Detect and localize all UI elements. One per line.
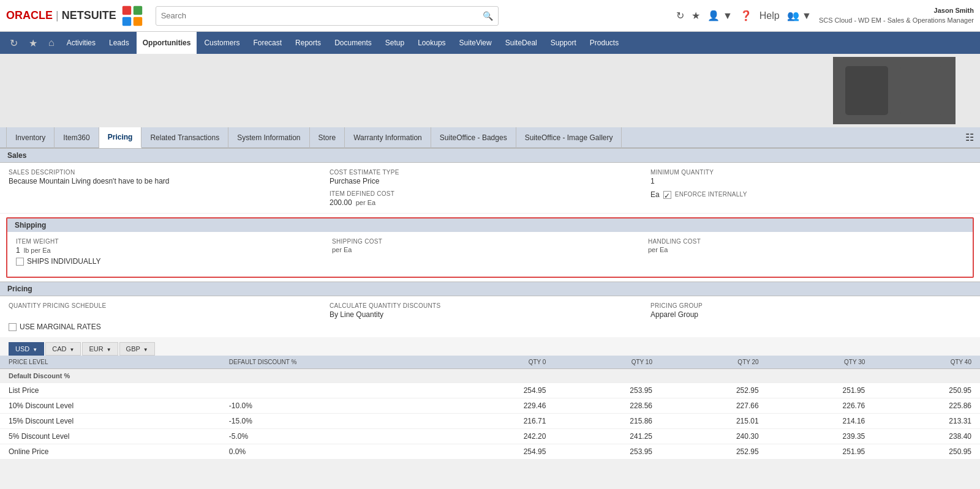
nav-customers[interactable]: Customers bbox=[198, 32, 246, 54]
sub-tabs-right: ☷ bbox=[965, 132, 974, 143]
cell-qty10-3: 241.25 bbox=[554, 429, 661, 444]
currency-tab-usd[interactable]: USD ▼ bbox=[9, 342, 44, 356]
col-qty20: QTY 20 bbox=[661, 356, 767, 369]
cad-arrow: ▼ bbox=[69, 347, 74, 353]
col-default-discount: DEFAULT DISCOUNT % bbox=[221, 356, 448, 369]
cell-qty40-4: 250.95 bbox=[873, 444, 980, 460]
svg-rect-1 bbox=[134, 6, 142, 14]
cell-qty10-0: 253.95 bbox=[554, 383, 661, 398]
cell-price_level-3: 5% Discount Level bbox=[0, 429, 221, 444]
cell-default_discount-3: -5.0% bbox=[221, 429, 448, 444]
cell-qty40-3: 238.40 bbox=[873, 429, 980, 444]
col-qty0: QTY 0 bbox=[448, 356, 555, 369]
search-bar[interactable]: 🔍 bbox=[156, 6, 499, 26]
tab-store[interactable]: Store bbox=[310, 127, 345, 148]
sales-fields-row: SALES DESCRIPTION Because Mountain Livin… bbox=[0, 163, 980, 214]
svg-rect-0 bbox=[123, 6, 131, 14]
nav-bar: ↻ ★ ⌂ Activities Leads Opportunities Cus… bbox=[0, 32, 980, 54]
minimum-quantity-col: MINIMUM QUANTITY 1 Ea ✓ ENFORCE INTERNAL… bbox=[650, 169, 971, 207]
cell-qty0-1: 229.46 bbox=[448, 398, 555, 414]
tab-suiteoffice-badges[interactable]: SuiteOffice - Badges bbox=[431, 127, 516, 148]
shipping-cost-col: SHIPPING COST per Ea bbox=[332, 238, 648, 266]
pricing-group-value: Apparel Group bbox=[650, 310, 971, 319]
quantity-pricing-schedule-label: QUANTITY PRICING SCHEDULE bbox=[9, 302, 330, 309]
grid-view-icon[interactable]: ☷ bbox=[965, 132, 974, 143]
nav-activities[interactable]: Activities bbox=[61, 32, 102, 54]
currency-tab-cad[interactable]: CAD ▼ bbox=[45, 342, 81, 356]
nav-opportunities[interactable]: Opportunities bbox=[137, 32, 197, 54]
item-weight-unit: lb per Ea bbox=[24, 247, 51, 254]
nav-documents[interactable]: Documents bbox=[328, 32, 378, 54]
shipping-cost-unit: per Ea bbox=[332, 246, 352, 253]
cost-estimate-type-value: Purchase Price bbox=[330, 177, 638, 185]
search-input[interactable] bbox=[161, 11, 483, 20]
nav-leads[interactable]: Leads bbox=[103, 32, 135, 54]
quantity-pricing-schedule-col: QUANTITY PRICING SCHEDULE bbox=[9, 302, 330, 319]
pricing-group-col: PRICING GROUP Apparel Group bbox=[650, 302, 971, 319]
sub-tabs-bar: Inventory Item360 Pricing Related Transa… bbox=[0, 127, 980, 148]
item-defined-cost-label: ITEM DEFINED COST bbox=[330, 190, 638, 197]
col-price-level: PRICE LEVEL bbox=[0, 356, 221, 369]
pricing-group-label: PRICING GROUP bbox=[650, 302, 971, 309]
tab-pricing[interactable]: Pricing bbox=[99, 127, 142, 148]
pricing-table: PRICE LEVEL DEFAULT DISCOUNT % QTY 0 QTY… bbox=[0, 356, 980, 460]
enforce-internally-label: ENFORCE INTERNALLY bbox=[675, 191, 747, 198]
minimum-quantity-value: 1 bbox=[650, 177, 959, 185]
shipping-cost-value-row: per Ea bbox=[332, 246, 648, 253]
top-bar-right: ↻ ★ 👤 ▼ ❓ Help 👥 ▼ Jason Smith SCS Cloud… bbox=[676, 6, 974, 25]
table-row: 5% Discount Level-5.0%242.20241.25240.30… bbox=[0, 429, 980, 444]
currency-tab-eur[interactable]: EUR ▼ bbox=[82, 342, 118, 356]
tab-system-information[interactable]: System Information bbox=[228, 127, 309, 148]
shipping-cost-label: SHIPPING COST bbox=[332, 238, 648, 245]
tab-related-transactions[interactable]: Related Transactions bbox=[141, 127, 228, 148]
cell-price_level-1: 10% Discount Level bbox=[0, 398, 221, 414]
nav-suiteview[interactable]: SuiteView bbox=[453, 32, 498, 54]
cell-qty0-0: 254.95 bbox=[448, 383, 555, 398]
nav-setup[interactable]: Setup bbox=[379, 32, 410, 54]
handling-cost-col: HANDLING COST per Ea bbox=[648, 238, 964, 266]
nav-suitedeal[interactable]: SuiteDeal bbox=[499, 32, 543, 54]
cell-qty0-3: 242.20 bbox=[448, 429, 555, 444]
shipping-section-header: Shipping bbox=[7, 218, 973, 232]
cell-price_level-0: List Price bbox=[0, 383, 221, 398]
cell-qty30-3: 239.35 bbox=[767, 429, 874, 444]
cost-estimate-type-label: COST ESTIMATE TYPE bbox=[330, 169, 638, 176]
nav-lookups[interactable]: Lookups bbox=[412, 32, 451, 54]
home-icon[interactable]: ⌂ bbox=[43, 35, 59, 51]
currency-tab-gbp[interactable]: GBP ▼ bbox=[119, 342, 155, 356]
help-label: Help bbox=[760, 10, 780, 21]
ships-individually-checkbox[interactable] bbox=[16, 258, 24, 266]
cell-price_level-2: 15% Discount Level bbox=[0, 414, 221, 429]
cell-qty40-2: 213.31 bbox=[873, 414, 980, 429]
tab-inventory[interactable]: Inventory bbox=[6, 127, 55, 148]
shipping-content: ITEM WEIGHT 1 lb per Ea SHIPS INDIVIDUAL… bbox=[7, 232, 973, 277]
sales-section-header: Sales bbox=[0, 148, 980, 163]
content-area: Sales SALES DESCRIPTION Because Mountain… bbox=[0, 148, 980, 460]
star-icon[interactable]: ★ bbox=[692, 10, 700, 21]
tab-suiteoffice-image-gallery[interactable]: SuiteOffice - Image Gallery bbox=[516, 127, 622, 148]
search-icon[interactable]: 🔍 bbox=[483, 11, 493, 21]
gbp-arrow: ▼ bbox=[143, 347, 148, 353]
nav-reports[interactable]: Reports bbox=[289, 32, 327, 54]
profile-icon[interactable]: 👥 ▼ bbox=[787, 10, 812, 21]
nav-support[interactable]: Support bbox=[545, 32, 582, 54]
cell-qty20-2: 215.01 bbox=[661, 414, 767, 429]
table-row: Online Price0.0%254.95253.95252.95251.95… bbox=[0, 444, 980, 460]
refresh-icon[interactable]: ↻ bbox=[676, 10, 684, 21]
nav-products[interactable]: Products bbox=[584, 32, 625, 54]
back-icon[interactable]: ↻ bbox=[5, 35, 23, 51]
use-marginal-rates-checkbox[interactable] bbox=[9, 323, 17, 331]
tab-warranty-information[interactable]: Warranty Information bbox=[345, 127, 431, 148]
user-dropdown-icon[interactable]: 👤 ▼ bbox=[707, 10, 732, 21]
nav-forecast[interactable]: Forecast bbox=[247, 32, 288, 54]
top-bar: ORACLE | NETSUITE 🔍 ↻ ★ 👤 ▼ ❓ Help 👥 ▼ J… bbox=[0, 0, 980, 32]
sales-description-value: Because Mountain Living doesn't have to … bbox=[9, 177, 317, 185]
help-icon[interactable]: ❓ bbox=[740, 10, 752, 21]
cell-default_discount-4: 0.0% bbox=[221, 444, 448, 460]
item-weight-value: 1 bbox=[16, 246, 20, 255]
table-row: 10% Discount Level-10.0%229.46228.56227.… bbox=[0, 398, 980, 414]
enforce-internally-checkbox[interactable]: ✓ bbox=[663, 191, 671, 199]
favorites-icon[interactable]: ★ bbox=[24, 35, 42, 51]
tab-item360[interactable]: Item360 bbox=[55, 127, 99, 148]
pricing-section-header: Pricing bbox=[0, 282, 980, 296]
